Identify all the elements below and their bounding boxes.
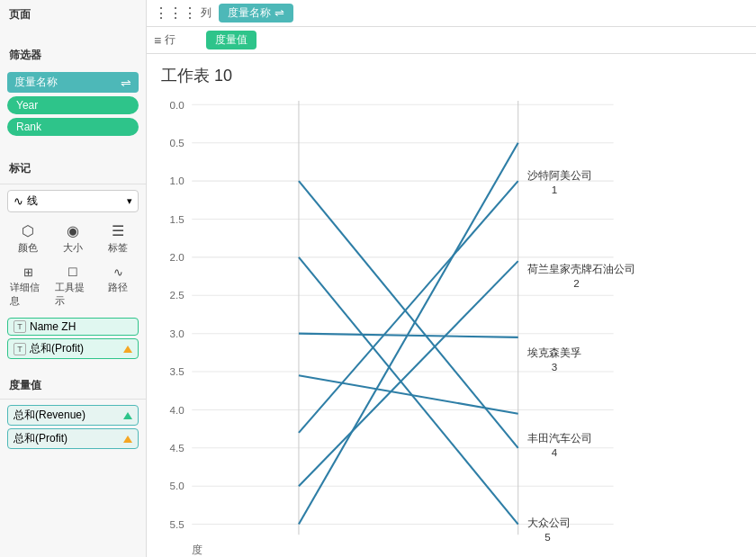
chart-wrapper: 工作表 10 0.0 0.5 1.0 1.5 2.0 2.5 3.0 3.5 4… xyxy=(147,54,756,557)
detail-grid: ⊞ 详细信息 ☐ 工具提示 ∿ 路径 xyxy=(7,263,139,310)
profit-indicator: T xyxy=(14,343,26,355)
mark-section: ∿ 线 ▾ ⬡ 颜色 ◉ 大小 ☰ 标签 ⊞ xyxy=(0,184,146,367)
right-panel: ⋮⋮⋮ 列 度量名称 ⇌ ≡ 行 度量值 工作表 10 xyxy=(147,0,756,557)
col-shelf-label: ⋮⋮⋮ 列 xyxy=(154,4,212,22)
size-icon: ◉ xyxy=(67,222,79,239)
svg-text:1.5: 1.5 xyxy=(170,213,184,225)
svg-text:5.5: 5.5 xyxy=(170,518,184,530)
label-mark-button[interactable]: ☰ 标签 xyxy=(97,220,139,257)
svg-line-27 xyxy=(299,261,518,486)
svg-text:4.0: 4.0 xyxy=(170,404,185,416)
chart-svg: 0.0 0.5 1.0 1.5 2.0 2.5 3.0 3.5 4.0 4.5 … xyxy=(156,90,747,557)
svg-line-30 xyxy=(299,257,518,525)
detail-button[interactable]: ⊞ 详细信息 xyxy=(7,263,49,310)
measure-section-label: 度量值 xyxy=(0,371,146,397)
svg-text:5.0: 5.0 xyxy=(170,480,185,491)
svg-text:3.0: 3.0 xyxy=(170,328,185,339)
measure-profit-chip[interactable]: 总和(Profit) xyxy=(7,428,139,449)
row-shelf-icon: ≡ xyxy=(154,33,161,48)
svg-text:3.5: 3.5 xyxy=(170,365,184,377)
revenue-triangle-icon xyxy=(123,412,132,419)
filter-chip-year[interactable]: Year xyxy=(7,96,139,114)
svg-text:丰田汽车公司: 丰田汽车公司 xyxy=(527,432,592,444)
svg-text:4: 4 xyxy=(552,446,558,458)
svg-text:1: 1 xyxy=(552,184,557,195)
color-icon: ⬡ xyxy=(22,222,34,239)
chart-title: 工作表 10 xyxy=(161,65,742,86)
svg-text:5: 5 xyxy=(544,531,550,543)
filter-section: 度量名称 ⇌ Year Rank xyxy=(0,67,146,145)
filter-section-label: 筛选器 xyxy=(0,40,146,67)
row-shelf-chip[interactable]: 度量值 xyxy=(206,31,256,49)
svg-line-32 xyxy=(299,181,518,448)
page-section-label: 页面 xyxy=(0,0,146,26)
svg-text:沙特阿美公司: 沙特阿美公司 xyxy=(527,169,592,181)
chart-container[interactable]: 0.0 0.5 1.0 1.5 2.0 2.5 3.0 3.5 4.0 4.5 … xyxy=(147,90,756,557)
profit-triangle-icon xyxy=(123,346,132,353)
profit2-triangle-icon xyxy=(123,436,132,443)
filter-chip-measure-name[interactable]: 度量名称 ⇌ xyxy=(7,72,139,93)
svg-text:4.5: 4.5 xyxy=(170,442,184,454)
row-shelf: ≡ 行 度量值 xyxy=(147,27,756,54)
label-icon: ☰ xyxy=(112,222,124,239)
label-chip-profit[interactable]: T 总和(Profit) xyxy=(7,338,139,359)
svg-text:大众公司: 大众公司 xyxy=(527,517,571,528)
mark-section-label: 标记 xyxy=(0,154,146,180)
svg-text:3: 3 xyxy=(552,361,557,373)
svg-text:荷兰皇家壳牌石油公司: 荷兰皇家壳牌石油公司 xyxy=(527,263,635,274)
color-mark-button[interactable]: ⬡ 颜色 xyxy=(7,220,49,257)
col-shelf-icon: ⋮⋮⋮ xyxy=(154,4,197,22)
left-panel: 页面 筛选器 度量名称 ⇌ Year Rank 标记 ∿ 线 ▾ ⬡ 颜色 xyxy=(0,0,147,557)
mark-type-dropdown[interactable]: ∿ 线 ▾ xyxy=(7,190,139,212)
measure-revenue-chip[interactable]: 总和(Revenue) xyxy=(7,405,139,426)
mark-icons-grid: ⬡ 颜色 ◉ 大小 ☰ 标签 xyxy=(7,220,139,257)
col-shelf: ⋮⋮⋮ 列 度量名称 ⇌ xyxy=(147,0,756,27)
svg-text:度: 度 xyxy=(192,544,202,555)
measure-section: 总和(Revenue) 总和(Profit) xyxy=(0,399,146,457)
line-icon: ∿ xyxy=(14,194,23,208)
size-mark-button[interactable]: ◉ 大小 xyxy=(52,220,94,257)
path-icon: ∿ xyxy=(113,265,123,279)
name-zh-indicator: T xyxy=(14,320,26,333)
svg-text:2: 2 xyxy=(573,277,579,289)
tooltip-icon: ☐ xyxy=(68,265,78,279)
svg-text:0.0: 0.0 xyxy=(170,99,185,111)
detail-icon: ⊞ xyxy=(23,265,33,279)
svg-text:1.0: 1.0 xyxy=(170,175,185,186)
dropdown-arrow-icon: ▾ xyxy=(127,195,132,207)
svg-text:0.5: 0.5 xyxy=(170,137,184,148)
label-chip-name-zh[interactable]: T Name ZH xyxy=(7,318,139,336)
col-shelf-chip[interactable]: 度量名称 ⇌ xyxy=(219,4,293,22)
filter-chip-rank[interactable]: Rank xyxy=(7,118,139,136)
tooltip-button[interactable]: ☐ 工具提示 xyxy=(52,263,94,310)
path-button[interactable]: ∿ 路径 xyxy=(97,263,139,310)
chart-title-area: 工作表 10 xyxy=(147,54,756,90)
svg-text:2.0: 2.0 xyxy=(170,251,185,263)
row-shelf-label: ≡ 行 xyxy=(154,32,199,48)
svg-text:2.5: 2.5 xyxy=(170,290,184,301)
svg-text:埃克森美孚: 埃克森美孚 xyxy=(526,346,581,358)
